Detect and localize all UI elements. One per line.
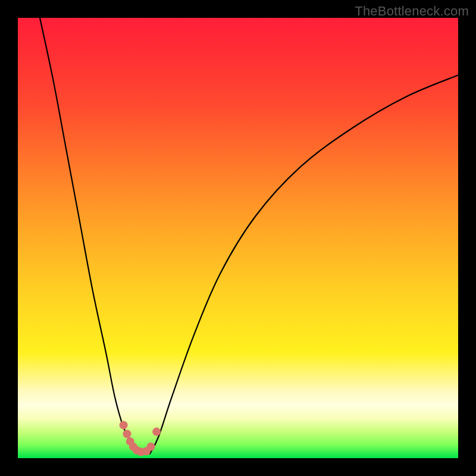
trough-marker: [152, 428, 161, 436]
trough-marker: [123, 430, 131, 438]
plot-area: [18, 18, 458, 458]
trough-marker: [120, 421, 128, 430]
curve-left-branch: [40, 18, 137, 454]
watermark-text: TheBottleneck.com: [355, 4, 469, 19]
curve-layer: [18, 18, 458, 458]
chart-frame: TheBottleneck.com: [0, 0, 476, 476]
trough-marker-group: [120, 421, 161, 456]
curve-right-branch: [150, 75, 458, 453]
trough-marker: [147, 443, 155, 451]
